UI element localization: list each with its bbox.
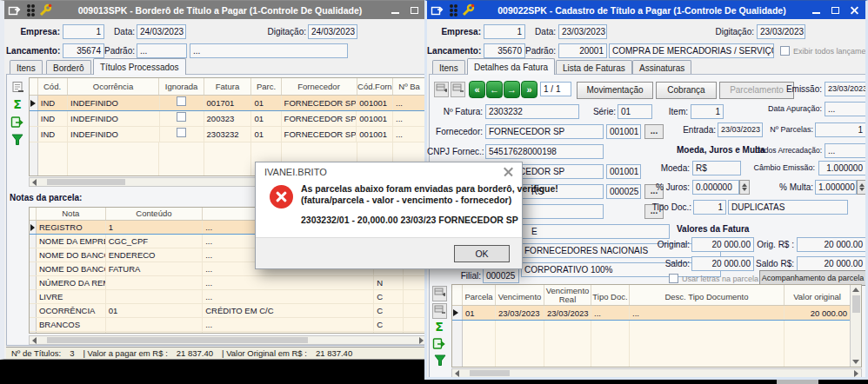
digitacao-field[interactable]: 24/03/2023 (308, 24, 357, 39)
multa-spinner[interactable] (857, 180, 867, 195)
orig-rs-field[interactable]: 20 000.00 (797, 237, 866, 252)
maximize-button[interactable] (828, 3, 843, 17)
item-field[interactable]: 1 (691, 104, 724, 119)
fornecedor-lookup-button[interactable]: ... (644, 124, 664, 139)
parcelas-grid-hscrollbar[interactable] (451, 368, 862, 378)
insert-row-button[interactable] (432, 286, 447, 301)
emissao-field[interactable]: 23/03/2023 (825, 82, 866, 96)
export-icon[interactable] (10, 115, 25, 130)
empresa-label: Empresa: (10, 27, 60, 36)
serie-field[interactable]: 01 (618, 104, 652, 119)
filter-funnel-icon[interactable] (10, 132, 25, 148)
grid-empty-area (452, 321, 861, 367)
moeda-field[interactable]: R$ (692, 161, 741, 175)
movimentacao-button[interactable]: Movimentação (577, 82, 653, 99)
parcelas-grid[interactable]: Parcela Vencimento Vencimento Real Tipo … (451, 284, 862, 367)
lancamento-field[interactable]: 35670 (484, 43, 525, 58)
dados-arrecadacao-field[interactable]: ... (825, 143, 866, 158)
padrao-desc-field[interactable]: COMPRA DE MERCADORIAS / SERVIÇOS (609, 43, 774, 58)
exibir-todos-checkbox[interactable] (780, 46, 790, 56)
wrench-icon (38, 3, 52, 17)
filial-label: Filial: (453, 271, 481, 281)
filter-funnel-icon[interactable] (432, 353, 448, 368)
tab-itens[interactable]: Itens (432, 60, 465, 75)
sum-icon[interactable]: Σ (10, 96, 25, 112)
data-field[interactable]: 24/03/2023 (137, 24, 186, 39)
ignorada-checkbox[interactable] (177, 112, 186, 122)
praca-code-field[interactable]: 000025 (606, 184, 641, 199)
window-export-icon (8, 4, 21, 17)
original-field[interactable]: 20 000.00 (691, 237, 754, 252)
saldo-field[interactable]: 20 000.00 (691, 256, 754, 271)
tab-itens[interactable]: Itens (10, 60, 43, 75)
insert-record-button[interactable] (434, 82, 449, 97)
fornecedor-field[interactable]: FORNECEDOR SP (485, 124, 604, 139)
parcelas-grid-vscrollbar[interactable] (850, 285, 861, 367)
cambio-field[interactable]: 1.000000 (818, 161, 866, 175)
ignorada-checkbox[interactable] (177, 128, 186, 137)
tab-titulos-processados[interactable]: Títulos Processados (93, 58, 186, 75)
sacado-code-field[interactable]: 001001 (606, 164, 641, 179)
tab-assinaturas[interactable]: Assinaturas (632, 60, 691, 75)
n-parcelas-field[interactable]: 1 (815, 122, 866, 137)
delete-record-button[interactable] (451, 82, 465, 97)
data-field[interactable]: 23/03/2023 (558, 24, 607, 39)
titlebar-bordero[interactable]: 009013SPK - Borderô de Título a Pagar (1… (4, 1, 425, 19)
minimize-button[interactable] (388, 3, 403, 17)
last-record-icon[interactable]: » (521, 81, 537, 98)
fornecedor-code-field[interactable]: 001001 (606, 124, 641, 139)
list-item[interactable]: NÚMERO DA REMESSA ... N (30, 276, 426, 290)
next-record-icon[interactable]: → (504, 81, 520, 98)
list-item[interactable]: LIVRE (30, 332, 426, 334)
digitacao-field[interactable]: 23/03/2023 (757, 24, 805, 39)
cnpj-field[interactable]: 54517628000198 (485, 144, 604, 159)
juros-spinner[interactable] (739, 180, 750, 195)
minimize-button[interactable] (809, 3, 824, 17)
table-row[interactable]: IND INDEFINIDO 001701 01 FORNECEDOR SP 0… (30, 96, 426, 111)
entrada-field[interactable]: 23/03/2023 (718, 122, 763, 137)
item-label: Item: (660, 107, 688, 116)
juros-field[interactable]: 0.000000 (692, 180, 739, 195)
valores-section-title: Valores da Fatura (677, 224, 749, 234)
list-item[interactable]: LIVRE ... C (30, 290, 426, 304)
status-pagar-label: | Valor a pagar em R$ : (83, 348, 167, 358)
empresa-field[interactable]: 1 (484, 24, 525, 39)
list-item[interactable]: BRANCOS ... C (30, 318, 426, 332)
multa-field[interactable]: 1.000000 (815, 180, 857, 195)
cobranca-button[interactable]: Cobrança (656, 82, 717, 99)
status-original-value: 21 837.40 (316, 348, 352, 358)
lancamento-field[interactable]: 35674 (63, 43, 104, 58)
ignorada-checkbox[interactable] (177, 96, 186, 106)
padrao-code-field[interactable]: ... (137, 43, 187, 58)
saldo-rs-field[interactable]: 20 000.00 (797, 256, 866, 271)
tab-lista-faturas[interactable]: Lista de Faturas (556, 60, 632, 75)
usar-letras-checkbox[interactable] (669, 274, 678, 283)
table-row[interactable]: IND INDEFINIDO 2303232 01 FORNECEDOR SP … (30, 127, 426, 142)
close-button[interactable] (847, 3, 862, 17)
tab-bordero[interactable]: Borderô (46, 60, 91, 75)
prev-record-icon[interactable]: ← (486, 81, 503, 98)
close-icon[interactable] (503, 166, 515, 178)
table-row[interactable]: IND INDEFINIDO 200323 01 FORNECEDOR SP 0… (30, 111, 426, 127)
empresa-field[interactable]: 1 (63, 24, 104, 39)
padrao-code-field[interactable]: 20001 (558, 43, 607, 58)
n-fatura-field[interactable]: 2303232 (485, 104, 579, 119)
notes-icon[interactable] (10, 79, 25, 95)
restore-button[interactable] (407, 3, 422, 17)
padrao-desc-field[interactable]: ... (190, 43, 348, 58)
first-record-icon[interactable]: « (469, 81, 485, 98)
tipo-doc-code-field[interactable]: 1 (693, 200, 726, 215)
sum-icon[interactable]: Σ (431, 319, 447, 334)
list-item[interactable]: OCORRÊNCIA 01 CRÉDITO EM C/C C (30, 304, 426, 318)
data-apuracao-field[interactable]: ... (825, 102, 866, 116)
tab-detalhes-fatura[interactable]: Detalhes da Fatura (467, 58, 555, 75)
table-row[interactable]: 01 23/03/2023 23/03/2023 ... ... 20 000.… (452, 306, 861, 321)
export-icon[interactable] (431, 336, 447, 352)
tipo-doc-desc-field[interactable]: DUPLICATAS (728, 200, 848, 215)
notas-grid-hscrollbar[interactable] (29, 335, 426, 345)
titulos-grid-header: Cód. Ocorrência Ignorada Fatura Parc. Fo… (30, 78, 426, 96)
delete-row-button[interactable] (432, 303, 447, 319)
filial-code-field[interactable]: 000025 (483, 268, 519, 283)
ok-button[interactable]: OK (454, 245, 510, 262)
titlebar-cadastro[interactable]: 009022SPK - Cadastro de Título a Pagar (… (427, 1, 865, 19)
